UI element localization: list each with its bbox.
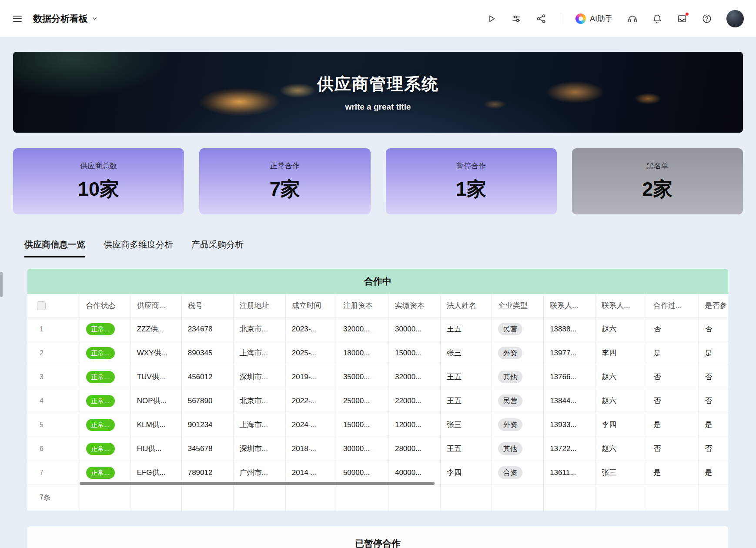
column-header-status[interactable]: 合作状态 xyxy=(80,294,130,317)
table-row[interactable]: 1正常...ZZZ供...234678北京市...2023-...32000..… xyxy=(27,317,728,341)
cell-status: 正常... xyxy=(80,341,130,365)
status-badge: 正常... xyxy=(86,419,115,431)
sliders-icon[interactable] xyxy=(511,13,522,24)
cell-reg_capital: 30000... xyxy=(337,437,388,461)
play-icon[interactable] xyxy=(486,13,497,24)
column-header-reg_capital[interactable]: 注册资本 xyxy=(337,294,388,317)
stat-card-total-suppliers[interactable]: 供应商总数 10家 xyxy=(13,148,184,214)
stat-value: 1家 xyxy=(456,176,486,202)
table-row[interactable]: 4正常...NOP供...567890北京市...2022-...25000..… xyxy=(27,389,728,413)
cell-contact_phone: 13888... xyxy=(544,317,595,341)
cell-company_type: 民营 xyxy=(492,317,544,341)
headset-icon[interactable] xyxy=(627,13,638,24)
table-row[interactable]: 3正常...TUV供...456012深圳市...2019-...35000..… xyxy=(27,365,728,389)
cell-reg_address: 上海市... xyxy=(233,341,285,365)
cell-contact_name: 赵六 xyxy=(595,365,647,389)
table-scroll-area[interactable]: 合作状态供应商...税号注册地址成立时间注册资本实缴资本法人姓名企业类型联系人.… xyxy=(27,294,728,511)
column-header-founded[interactable]: 成立时间 xyxy=(285,294,337,317)
cell-legal_person: 王五 xyxy=(441,389,492,413)
cell-status: 正常... xyxy=(80,461,130,485)
share-icon[interactable] xyxy=(536,13,546,24)
stat-value: 2家 xyxy=(642,176,672,202)
stat-cards: 供应商总数 10家 正常合作 7家 暂停合作 1家 黑名单 2家 xyxy=(13,148,743,214)
stat-label: 正常合作 xyxy=(270,161,300,171)
table-row[interactable]: 6正常...HIJ供...345678深圳市...2018-...30000..… xyxy=(27,437,728,461)
menu-icon[interactable] xyxy=(12,13,23,24)
cell-supplier: ZZZ供... xyxy=(130,317,181,341)
cell-contact_phone: 13611... xyxy=(544,461,595,485)
vertical-page-scrollbar[interactable] xyxy=(0,272,3,297)
avatar[interactable] xyxy=(726,10,744,27)
ai-assistant-button[interactable]: AI助手 xyxy=(575,13,613,24)
cell-founded: 2022-... xyxy=(285,389,337,413)
cell-reg_capital: 32000... xyxy=(337,317,388,341)
topbar-divider xyxy=(561,13,561,24)
table-row[interactable]: 7正常...EFG供...789012广州市...2014-...50000..… xyxy=(27,461,728,485)
cell-reg_capital: 35000... xyxy=(337,365,388,389)
cell-company_type: 其他 xyxy=(492,437,544,461)
cell-paid_capital: 15000... xyxy=(388,341,440,365)
company-type-badge: 其他 xyxy=(498,442,522,455)
select-all-checkbox[interactable] xyxy=(37,301,46,310)
cell-founded: 2023-... xyxy=(285,317,337,341)
stat-card-blacklist[interactable]: 黑名单 2家 xyxy=(572,148,743,214)
page-title[interactable]: 数据分析看板 xyxy=(33,13,98,25)
column-header-contact_name[interactable]: 联系人... xyxy=(595,294,647,317)
tab-supplier-overview[interactable]: 供应商信息一览 xyxy=(24,239,85,257)
footer-empty-cell xyxy=(80,485,130,511)
footer-empty-cell xyxy=(388,485,440,511)
cell-supplier: WXY供... xyxy=(130,341,181,365)
column-header-paid_capital[interactable]: 实缴资本 xyxy=(388,294,440,317)
cell-legal_person: 李四 xyxy=(441,461,492,485)
ai-logo xyxy=(575,13,586,24)
footer-empty-cell xyxy=(544,485,595,511)
footer-empty-cell xyxy=(699,485,728,511)
column-header-reg_address[interactable]: 注册地址 xyxy=(233,294,285,317)
column-header-coop_history[interactable]: 合作过... xyxy=(647,294,699,317)
stat-label: 暂停合作 xyxy=(456,161,486,171)
status-badge: 正常... xyxy=(86,467,115,479)
company-type-badge: 民营 xyxy=(498,394,522,407)
stat-card-paused-cooperation[interactable]: 暂停合作 1家 xyxy=(386,148,557,214)
tab-product-procurement-analysis[interactable]: 产品采购分析 xyxy=(191,239,244,257)
cell-participated: 是 xyxy=(699,461,728,485)
column-header-participated[interactable]: 是否参 xyxy=(699,294,728,317)
hero-banner: 供应商管理系统 write a great title xyxy=(13,52,743,133)
cell-reg_capital: 50000... xyxy=(337,461,388,485)
company-type-badge: 外资 xyxy=(498,347,522,359)
cell-legal_person: 张三 xyxy=(441,413,492,437)
cell-supplier: EFG供... xyxy=(130,461,181,485)
stat-card-normal-cooperation[interactable]: 正常合作 7家 xyxy=(199,148,370,214)
bell-icon[interactable] xyxy=(652,13,662,24)
cell-coop_history: 否 xyxy=(647,389,699,413)
tab-supplier-multidim-analysis[interactable]: 供应商多维度分析 xyxy=(104,239,173,257)
inbox-icon[interactable] xyxy=(677,13,687,24)
cell-founded: 2018-... xyxy=(285,437,337,461)
footer-empty-cell xyxy=(130,485,181,511)
help-icon[interactable] xyxy=(702,13,712,24)
cell-company_type: 合资 xyxy=(492,461,544,485)
column-header-contact_phone[interactable]: 联系人... xyxy=(544,294,595,317)
stat-value: 7家 xyxy=(270,176,300,202)
cell-supplier: KLM供... xyxy=(130,413,181,437)
horizontal-scrollbar[interactable] xyxy=(80,482,435,485)
column-header-tax_no[interactable]: 税号 xyxy=(181,294,233,317)
column-header-legal_person[interactable]: 法人姓名 xyxy=(441,294,492,317)
table-row[interactable]: 5正常...KLM供...901234上海市...2024-...15000..… xyxy=(27,413,728,437)
cell-coop_history: 是 xyxy=(647,341,699,365)
table-row[interactable]: 2正常...WXY供...890345上海市...2025-...18000..… xyxy=(27,341,728,365)
column-header-company_type[interactable]: 企业类型 xyxy=(492,294,544,317)
cell-contact_phone: 13933... xyxy=(544,413,595,437)
cell-reg_address: 上海市... xyxy=(233,413,285,437)
cell-company_type: 外资 xyxy=(492,341,544,365)
cell-status: 正常... xyxy=(80,365,130,389)
status-badge: 正常... xyxy=(86,347,115,359)
column-header-supplier[interactable]: 供应商... xyxy=(130,294,181,317)
chevron-down-icon xyxy=(91,15,98,22)
cell-supplier: TUV供... xyxy=(130,365,181,389)
cell-paid_capital: 12000... xyxy=(388,413,440,437)
cell-contact_name: 李四 xyxy=(595,413,647,437)
cell-founded: 2019-... xyxy=(285,365,337,389)
footer-empty-cell xyxy=(647,485,699,511)
cell-participated: 否 xyxy=(699,389,728,413)
